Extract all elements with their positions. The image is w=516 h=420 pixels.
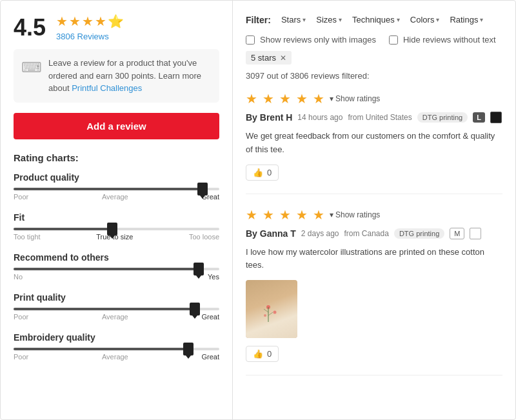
filter-ratings-dropdown[interactable]: Ratings ▾ xyxy=(447,14,486,26)
chart-label-embroidery-quality: Embroidery quality xyxy=(14,332,219,343)
like-row-1: 👍 0 xyxy=(246,165,502,181)
slider-track-recommend xyxy=(14,268,219,270)
review-star-1: ★ xyxy=(246,91,257,106)
slider-thumb-recommend xyxy=(194,263,204,275)
chart-label-print-quality: Print quality xyxy=(14,292,219,303)
show-images-checkbox-row[interactable]: Show reviews only with images xyxy=(246,35,376,45)
hide-no-text-label: Hide reviews without text xyxy=(403,35,496,45)
filter-sizes-label: Sizes xyxy=(316,15,337,25)
big-rating: 4.5 xyxy=(14,14,46,41)
review-image-2 xyxy=(246,280,297,338)
filter-bar: Filter: Stars ▾ Sizes ▾ Techniques ▾ Col… xyxy=(246,14,502,26)
svg-point-2 xyxy=(264,314,266,317)
review-star-2: ★ xyxy=(263,207,274,223)
chart-label-fit: Fit xyxy=(14,212,219,223)
review-star-1: ★ xyxy=(246,207,257,223)
stars-row: ★ ★ ★ ★ ⭐ xyxy=(56,14,124,29)
slider-labels-print-quality: Poor Average Great xyxy=(14,313,219,321)
slider-thumb-fit xyxy=(107,223,117,235)
like-row-2: 👍 0 xyxy=(246,346,502,362)
star-1: ★ xyxy=(56,14,68,29)
thumbs-up-icon: 👍 xyxy=(253,349,263,359)
review-star-5: ★ xyxy=(313,207,324,223)
active-filters: 5 stars ✕ xyxy=(246,51,502,65)
svg-line-4 xyxy=(264,309,268,312)
chevron-down-icon: ▾ xyxy=(397,16,400,23)
chart-product-quality: Product quality Poor Average Great xyxy=(14,172,219,201)
filter-colors-dropdown[interactable]: Colors ▾ xyxy=(408,14,442,26)
review-prompt: ⌨ Leave a review for a product that you'… xyxy=(14,49,219,103)
chart-recommend: Recommend to others No Yes xyxy=(14,252,219,281)
reviewer-name-1: By Brent H xyxy=(246,112,292,123)
filter-colors-label: Colors xyxy=(410,15,435,25)
chart-label-recommend: Recommend to others xyxy=(14,252,219,263)
thumbs-up-icon: 👍 xyxy=(253,168,263,177)
stars-block: ★ ★ ★ ★ ⭐ 3806 Reviews xyxy=(56,14,124,41)
add-review-button[interactable]: Add a review xyxy=(14,113,219,139)
show-ratings-button-1[interactable]: ▾ Show ratings xyxy=(330,94,380,103)
filter-techniques-dropdown[interactable]: Techniques ▾ xyxy=(350,14,402,26)
like-count-2: 0 xyxy=(267,349,272,359)
slider-thumb-print-quality xyxy=(190,303,200,315)
slider-thumb-embroidery-quality xyxy=(183,343,194,355)
like-button-1[interactable]: 👍 0 xyxy=(246,165,279,181)
chart-embroidery-quality: Embroidery quality Poor Average Great xyxy=(14,332,219,361)
reviews-link[interactable]: 3806 Reviews xyxy=(56,32,124,41)
slider-fill-recommend xyxy=(14,268,199,270)
rating-charts-title: Rating charts: xyxy=(14,152,219,163)
chart-label-product-quality: Product quality xyxy=(14,172,219,183)
chevron-down-icon: ▾ xyxy=(339,16,342,23)
chart-fit: Fit Too tight True to size Too loose xyxy=(14,212,219,241)
show-ratings-button-2[interactable]: ▾ Show ratings xyxy=(330,210,380,219)
review-location-2: from Canada xyxy=(344,229,389,238)
filter-tag-label: 5 stars xyxy=(251,53,276,63)
prompt-text: Leave a review for a product that you've… xyxy=(48,57,212,95)
like-button-2[interactable]: 👍 0 xyxy=(246,346,279,362)
review-time-1: 14 hours ago xyxy=(297,113,342,122)
slider-track-product-quality xyxy=(14,188,219,190)
hide-no-text-checkbox-row[interactable]: Hide reviews without text xyxy=(389,35,496,45)
review-star-4: ★ xyxy=(296,207,308,223)
printful-challenges-link[interactable]: Printful Challenges xyxy=(72,83,142,93)
right-panel: Filter: Stars ▾ Sizes ▾ Techniques ▾ Col… xyxy=(233,1,515,419)
review-color-swatch-2 xyxy=(470,228,481,239)
review-badge-2: DTG printing xyxy=(394,228,444,239)
slider-labels-product-quality: Poor Average Great xyxy=(14,193,219,201)
rating-header: 4.5 ★ ★ ★ ★ ⭐ 3806 Reviews xyxy=(14,14,219,41)
hide-no-text-checkbox[interactable] xyxy=(389,35,398,45)
keyboard-icon: ⌨ xyxy=(21,57,42,78)
review-meta-1: By Brent H 14 hours ago from United Stat… xyxy=(246,112,502,123)
review-card-1: ★ ★ ★ ★ ★ ▾ Show ratings By Brent H 14 h… xyxy=(246,91,502,194)
review-size-badge-1: L xyxy=(473,112,485,123)
chevron-down-icon: ▾ xyxy=(330,210,333,219)
show-ratings-label-2: Show ratings xyxy=(335,210,380,219)
filter-stars-dropdown[interactable]: Stars ▾ xyxy=(279,14,308,26)
show-ratings-label-1: Show ratings xyxy=(335,94,380,103)
filter-techniques-label: Techniques xyxy=(352,15,395,25)
remove-filter-button[interactable]: ✕ xyxy=(280,54,286,63)
filter-options: Show reviews only with images Hide revie… xyxy=(246,35,502,45)
slider-track-fit xyxy=(14,228,219,230)
chart-print-quality: Print quality Poor Average Great xyxy=(14,292,219,321)
review-card-2: ★ ★ ★ ★ ★ ▾ Show ratings By Ganna T 2 da… xyxy=(246,207,502,376)
filter-stars-label: Stars xyxy=(281,15,301,25)
slider-fill-product-quality xyxy=(14,188,203,190)
review-color-swatch-1 xyxy=(490,112,502,123)
star-4: ★ xyxy=(95,14,106,29)
filter-ratings-label: Ratings xyxy=(450,15,478,25)
show-images-label: Show reviews only with images xyxy=(260,35,376,45)
left-panel: 4.5 ★ ★ ★ ★ ⭐ 3806 Reviews ⌨ Leave a rev… xyxy=(1,1,233,419)
review-location-1: from United States xyxy=(348,113,412,122)
review-meta-2: By Ganna T 2 days ago from Canada DTG pr… xyxy=(246,228,502,239)
reviewer-name-2: By Ganna T xyxy=(246,228,296,239)
show-images-checkbox[interactable] xyxy=(246,35,255,45)
review-text-1: We get great feedback from our customers… xyxy=(246,130,502,157)
filter-sizes-dropdown[interactable]: Sizes ▾ xyxy=(313,14,344,26)
results-count: 3097 out of 3806 reviews filtered: xyxy=(246,71,502,81)
review-star-3: ★ xyxy=(279,91,291,106)
review-stars-row-2: ★ ★ ★ ★ ★ ▾ Show ratings xyxy=(246,207,502,223)
like-count-1: 0 xyxy=(267,168,272,177)
review-stars-row-1: ★ ★ ★ ★ ★ ▾ Show ratings xyxy=(246,91,502,106)
chevron-down-icon: ▾ xyxy=(303,16,306,23)
slider-track-embroidery-quality xyxy=(14,348,219,350)
